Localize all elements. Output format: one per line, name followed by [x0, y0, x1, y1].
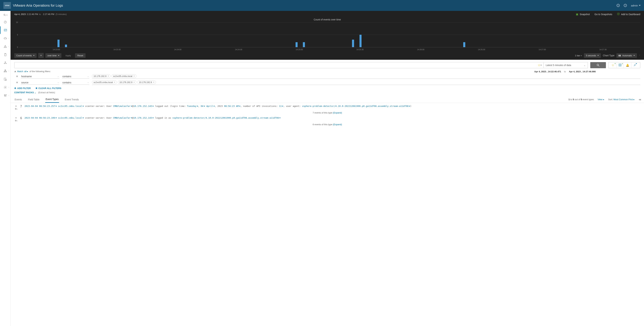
chevron-right-icon: › — [8, 86, 9, 88]
user-token[interactable]: CMBU\malasfar — [113, 117, 132, 119]
sidebar-item-document[interactable] — [0, 51, 10, 58]
remove-filter-button[interactable]: ✕ — [16, 81, 18, 84]
dismiss-event-icon[interactable]: ✕ — [15, 117, 17, 119]
filter-operator-selector[interactable]: contains⌄ — [62, 74, 89, 79]
host-token[interactable]: sc2vc05.cmbu.local — [58, 105, 84, 107]
chart-bar[interactable] — [360, 35, 362, 47]
host-token[interactable]: sc2vc05.cmbu.local — [58, 117, 84, 119]
event-gear-icon[interactable]: ⚙▾ — [15, 119, 17, 122]
chart-title: Count of events over time — [14, 18, 640, 21]
goto-snapshots-label: Go to Snapshots — [594, 13, 612, 16]
sidebar-item-settings[interactable]: › — [0, 84, 10, 91]
tab-event-types[interactable]: Event Types — [45, 96, 59, 103]
events-chart[interactable]: 0510 14:23:0014:23:3014:24:0014:24:3014:… — [14, 22, 640, 51]
remove-pill-icon[interactable]: ✕ — [114, 81, 115, 83]
filter-values[interactable]: 10.176.192.9 ✕sc2vc05.cmbu.local ✕ — [92, 74, 640, 79]
chart-bar[interactable] — [303, 42, 305, 47]
remove-pill-icon[interactable]: ✕ — [133, 75, 135, 77]
info-icon[interactable]: i — [616, 4, 620, 7]
match-mode-selector[interactable]: all — [24, 70, 28, 73]
sidebar-item-dashboard[interactable] — [0, 18, 10, 26]
add-to-dashboard-button[interactable]: + Add to Dashboard — [617, 13, 640, 16]
timestamp-token[interactable]: 2023-04-04 08:56:23.106 — [24, 117, 57, 119]
clear-filters-button[interactable]: ✖CLEAR ALL FILTERS — [36, 87, 62, 90]
sidebar-item-alerts[interactable]: › — [0, 43, 10, 50]
remove-pill-icon[interactable]: ✕ — [108, 75, 109, 77]
add-filter-button[interactable]: ✚ADD FILTER — [14, 87, 31, 90]
chart-bar[interactable] — [58, 40, 60, 47]
chart-type-selector[interactable]: ▮▮ Automatic — [616, 53, 637, 58]
sidebar-item-org[interactable]: › — [0, 67, 10, 75]
count-token[interactable]: 11 — [279, 105, 284, 107]
share-button[interactable]: ↗ — [631, 63, 639, 68]
expand-link[interactable]: (Expand) — [333, 123, 342, 126]
remove-pill-icon[interactable]: ✕ — [153, 81, 154, 83]
search-button[interactable] — [590, 62, 606, 68]
apply-button[interactable]: Apply — [63, 53, 74, 58]
ip-token[interactable]: 10.176.152.143 — [134, 117, 154, 119]
query-input[interactable] — [14, 62, 536, 68]
sidebar-item-cloud[interactable]: › — [0, 35, 10, 42]
expand-link[interactable]: (Expand) — [333, 111, 342, 114]
add-favorite-button[interactable]: ☆+ — [610, 62, 616, 68]
star-icon: ☆ — [612, 64, 614, 67]
add-metric-button[interactable]: + — [38, 53, 44, 58]
user-token[interactable]: CMBU\malasfar — [113, 105, 132, 107]
goto-snapshots-link[interactable]: Go to Snapshots — [594, 13, 612, 16]
filter-value-pill[interactable]: 10.176.192.9 ✕ — [118, 81, 136, 84]
dismiss-event-icon[interactable]: ✕ — [15, 105, 17, 107]
time-token[interactable]: 08:56:23 AM — [224, 105, 240, 107]
create-alert-button[interactable]: 🔔 — [624, 63, 631, 68]
reset-button[interactable]: Reset — [75, 53, 86, 58]
filter-value-pill[interactable]: 10.176.192.9 ✕ — [92, 74, 110, 78]
sidebar-item-sliders[interactable]: › — [0, 92, 10, 99]
user-menu[interactable]: admin — [631, 4, 640, 7]
content-packs-button[interactable]: CONTENT PACKS ⌄ — [14, 91, 36, 94]
timestamp-token[interactable]: 2023-04-04 08:56:23.257 — [24, 105, 57, 107]
collapse-filters-icon[interactable]: ⮝ — [14, 71, 16, 73]
filter-value-pill[interactable]: sc2vc05.cmbu.local ✕ — [112, 74, 136, 78]
metric-selector[interactable]: Count of events — [14, 53, 36, 58]
tab-field-table[interactable]: Field Table — [28, 97, 40, 103]
remove-pill-icon[interactable]: ✕ — [133, 81, 135, 83]
collapse-right-icon[interactable]: ◀◀ — [638, 98, 640, 101]
alert-info-icon[interactable]: ! — [624, 4, 627, 7]
tab-event-trends[interactable]: Event Trends — [64, 97, 79, 103]
bar-size-selector[interactable]: 5 seconds — [584, 53, 601, 58]
month-token[interactable]: April — [206, 105, 215, 107]
chart-bar[interactable] — [65, 45, 67, 47]
sidebar-pin-toggle[interactable]: ⚲ » — [0, 12, 10, 18]
filter-value-pill[interactable]: 10.176.192.9 ✕ — [138, 81, 156, 84]
time-toolbar: Apr 4, 2023 2:22:46 PM to 2:27:46 PM (5 … — [10, 11, 644, 18]
chart-bar[interactable] — [296, 42, 298, 47]
filter-values[interactable]: sc2vc05.cmbu.local ✕10.176.192.9 ✕10.176… — [92, 80, 640, 85]
view-menu[interactable]: View — [598, 98, 604, 101]
day-token[interactable]: Tuesday — [187, 105, 198, 107]
event-gear-icon[interactable]: ⚙▾ — [15, 108, 17, 110]
search-icon — [596, 64, 600, 67]
agent-token[interactable]: vsphere-problem-detector/4.10.0-20221206… — [302, 105, 410, 107]
sidebar-item-device[interactable] — [0, 75, 10, 83]
filter-field-selector[interactable]: source⌄ — [21, 81, 59, 85]
sidebar-item-explore[interactable] — [0, 26, 10, 34]
agent-token[interactable]: vsphere-problem-detector/4.10.0-20221206… — [172, 117, 280, 119]
filter-field-selector[interactable]: hostname⌄ — [21, 74, 59, 79]
filter-value-pill[interactable]: sc2vc05.cmbu.local ✕ — [92, 81, 117, 84]
filter-row: ✕hostname⌄contains⌄10.176.192.9 ✕sc2vc05… — [14, 74, 640, 79]
group-by-selector[interactable]: over time — [46, 53, 61, 58]
filter-operator-selector[interactable]: contains⌄ — [62, 81, 89, 85]
ip-token[interactable]: 10.176.152.143 — [134, 105, 154, 107]
favorite-query-button[interactable]: ☆ — [536, 62, 544, 68]
chart-bar[interactable] — [463, 42, 465, 47]
snapshot-button[interactable]: ▣ Snapshot — [576, 13, 590, 16]
tab-events[interactable]: Events — [14, 97, 22, 103]
chart-bar[interactable] — [352, 40, 354, 47]
sidebar-item-topology[interactable] — [0, 59, 10, 67]
remove-filter-button[interactable]: ✕ — [16, 75, 18, 78]
collapse-chart-icon[interactable]: ⌃ — [639, 55, 640, 57]
svg-rect-8 — [4, 72, 5, 72]
dom-token[interactable]: 04 — [201, 105, 205, 107]
add-dashboard-icon-button[interactable]: + — [616, 63, 624, 68]
sort-control[interactable]: Sort: Most Common First — [608, 98, 635, 101]
time-range-selector[interactable]: Latest 5 minutes of data ⌄ — [544, 62, 588, 68]
